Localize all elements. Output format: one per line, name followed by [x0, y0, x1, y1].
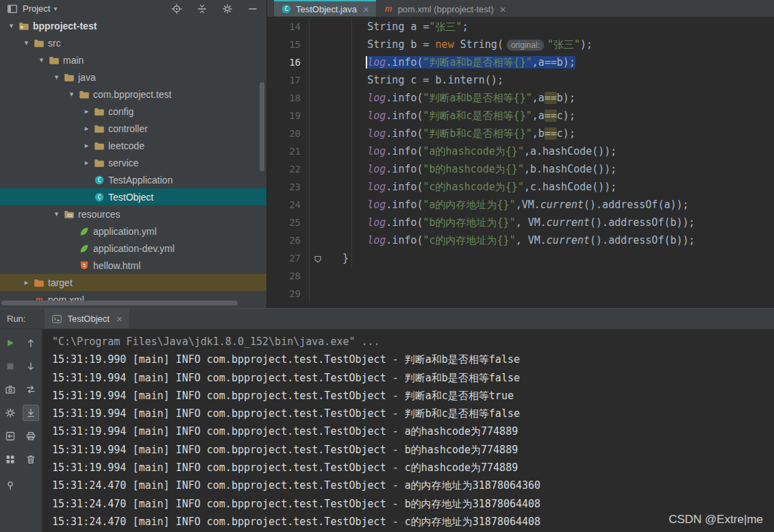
editor-tab-testobject-java[interactable]: CTestObject.java× [274, 0, 376, 16]
scroll-to-end-icon[interactable] [23, 405, 39, 421]
run-tab[interactable]: TestObject× [45, 309, 129, 329]
chevron-down-icon[interactable]: ▾ [66, 90, 77, 99]
code-editor[interactable]: 14 String a ="张三";15 String b = new Stri… [267, 17, 774, 303]
gutter-line-number[interactable]: 22 [267, 160, 310, 178]
chevron-down-icon[interactable]: ▾ [36, 55, 47, 64]
fold-marker-icon[interactable] [312, 253, 323, 264]
tree-item-bpproject-test[interactable]: ▾bpproject-test [0, 17, 266, 34]
code-token: log [367, 56, 386, 68]
gutter-line-number[interactable]: 25 [267, 214, 310, 231]
code-token: String c = b.intern(); [318, 74, 503, 86]
code-token: "c的内存地址为{}" [423, 234, 516, 246]
ide-window: Project ▾ ▾bpproject-test▾src▾main▾java▾… [0, 0, 774, 532]
chevron-down-icon[interactable]: ▾ [21, 38, 32, 47]
class-icon: C [92, 192, 106, 203]
console-log-line: 15:31:19.994 [main] INFO com.bpproject.t… [52, 441, 774, 459]
folder-icon [32, 38, 46, 49]
close-icon[interactable]: × [116, 313, 123, 325]
gutter-line-number[interactable]: 21 [267, 142, 310, 160]
scrollbar-horizontal[interactable] [1, 301, 238, 305]
close-icon[interactable]: × [500, 3, 506, 15]
tree-item-com-bpproject-test[interactable]: ▾com.bpproject.test [0, 86, 266, 103]
gutter-line-number[interactable]: 14 [267, 18, 310, 36]
console-log-line: 15:31:19.994 [main] INFO com.bpproject.t… [52, 405, 774, 422]
tree-item-label: com.bpproject.test [93, 89, 171, 100]
console-output[interactable]: "C:\Program Files\Java\jdk1.8.0_152\bin\… [42, 329, 774, 532]
run-panel-body: "C:\Program Files\Java\jdk1.8.0_152\bin\… [0, 329, 774, 532]
project-folder-icon [17, 21, 31, 31]
chevron-down-icon[interactable]: ▾ [53, 5, 57, 12]
run-settings-icon[interactable] [2, 405, 18, 421]
code-token: ,b.hashCode()); [524, 163, 616, 175]
gutter-line-number[interactable]: 18 [267, 89, 310, 107]
tree-item-resources[interactable]: ▾resources [0, 205, 266, 223]
code-line-26: 26 log.info("c的内存地址为{}", VM.current().ad… [267, 231, 774, 249]
chevron-right-icon[interactable]: ▸ [81, 107, 92, 116]
console-log-line: 15:31:19.990 [main] INFO com.bpproject.t… [52, 351, 774, 368]
chevron-right-icon[interactable]: ▸ [81, 124, 92, 133]
editor-tab-pom-xml-bpproject-test[interactable]: mpom.xml (bpproject-test)× [376, 0, 513, 16]
gutter-line-number[interactable]: 16 [267, 53, 310, 71]
gutter-line-number[interactable]: 20 [267, 125, 310, 142]
chevron-right-icon[interactable]: ▸ [81, 158, 92, 167]
code-token: == [545, 127, 557, 140]
tree-item-testobject[interactable]: CTestObject [0, 188, 266, 205]
tree-item-java[interactable]: ▾java [0, 68, 266, 86]
camera-icon[interactable] [2, 381, 18, 398]
code-text: log.info("判断a和b是否相等{}",a==b); [310, 53, 575, 71]
clear-console-icon[interactable] [23, 451, 39, 468]
pin-icon[interactable] [2, 477, 18, 494]
project-tree: ▾bpproject-test▾src▾main▾java▾com.bpproj… [0, 17, 266, 308]
gutter-line-number[interactable]: 28 [267, 267, 310, 285]
scrollbar-vertical[interactable] [260, 82, 264, 171]
chevron-down-icon[interactable]: ▾ [51, 210, 62, 218]
tree-item-pom-xml[interactable]: mpom.xml [0, 291, 266, 308]
chevron-down-icon[interactable]: ▾ [5, 21, 17, 30]
layout-grid-icon[interactable] [2, 451, 18, 468]
back-icon[interactable] [2, 428, 18, 444]
gutter-line-number[interactable]: 29 [267, 285, 310, 303]
settings-icon[interactable] [221, 2, 234, 16]
tree-item-src[interactable]: ▾src [0, 34, 266, 51]
gutter-line-number[interactable]: 19 [267, 107, 310, 125]
tree-item-controller[interactable]: ▸controller [0, 120, 266, 137]
console-command-line: "C:\Program Files\Java\jdk1.8.0_152\bin\… [52, 333, 774, 351]
tree-item-hellow-html[interactable]: 5hellow.html [0, 257, 266, 274]
print-icon[interactable] [23, 428, 39, 444]
rerun-icon[interactable] [2, 335, 18, 351]
gutter-line-number[interactable]: 27 [267, 249, 310, 267]
stop-icon[interactable] [2, 358, 18, 375]
code-token: .info( [386, 163, 423, 175]
gutter-line-number[interactable]: 24 [267, 196, 310, 214]
tree-item-main[interactable]: ▾main [0, 51, 266, 68]
gutter-line-number[interactable]: 17 [267, 71, 310, 89]
chevron-right-icon[interactable]: ▸ [81, 141, 92, 150]
tree-item-config[interactable]: ▸config [0, 103, 266, 120]
swap-arrows-icon[interactable] [23, 381, 39, 398]
collapse-all-icon[interactable] [195, 2, 209, 16]
code-token: ,VM. [516, 199, 540, 211]
tree-item-target[interactable]: ▸target [0, 274, 266, 291]
tree-item-application-dev-yml[interactable]: application-dev.yml [0, 240, 266, 257]
hide-panel-icon[interactable] [246, 2, 260, 16]
gutter-line-number[interactable]: 15 [267, 36, 310, 53]
chevron-right-icon[interactable]: ▸ [21, 278, 32, 287]
close-icon[interactable]: × [363, 3, 369, 15]
tree-item-label: target [48, 277, 73, 288]
tree-item-application-yml[interactable]: application.yml [0, 223, 266, 240]
up-arrow-icon[interactable] [23, 335, 39, 351]
locate-icon[interactable] [170, 2, 184, 16]
watermark: CSDN @Extre|me [669, 513, 763, 527]
code-token [318, 234, 367, 246]
tree-item-testapplication[interactable]: CTestApplication [0, 171, 266, 188]
down-arrow-icon[interactable] [23, 358, 39, 375]
code-token: "a的内存地址为{}" [423, 199, 516, 211]
tree-item-leetcode[interactable]: ▸leetcode [0, 137, 266, 154]
code-token: c); [557, 127, 575, 140]
chevron-down-icon[interactable]: ▾ [51, 73, 62, 81]
tree-item-service[interactable]: ▸service [0, 154, 266, 171]
gutter-line-number[interactable]: 26 [267, 231, 310, 249]
code-text: log.info("c的内存地址为{}", VM.current().addre… [310, 231, 695, 249]
svg-text:C: C [284, 5, 288, 12]
gutter-line-number[interactable]: 23 [267, 178, 310, 196]
